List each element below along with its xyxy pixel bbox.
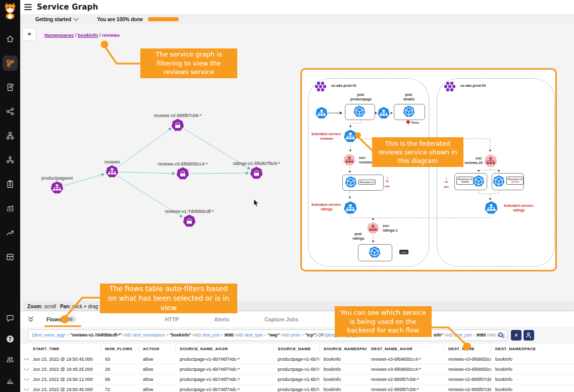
home-icon[interactable]	[3, 31, 18, 46]
cell-source-name: productpage-v1-6b746…	[274, 357, 320, 362]
query-token: =	[65, 332, 70, 338]
diagram-connectors	[302, 70, 558, 273]
nodejs-icon: node	[399, 250, 408, 254]
collapse-flows-icon[interactable]	[27, 316, 34, 323]
query-token: "wep"	[268, 332, 280, 338]
row-expand-chevron-icon[interactable]	[20, 388, 29, 390]
cell-source-name: productpage-v1-6b746…	[274, 377, 320, 382]
row-expand-chevron-icon[interactable]	[20, 378, 29, 380]
getting-started-dropdown[interactable]: Getting started	[35, 17, 78, 22]
cluster-icon	[443, 81, 457, 92]
pod-productpage-label: pod:productpage	[348, 93, 374, 102]
federated-reviews-label: federated service:reviews	[310, 132, 343, 141]
cell-source-namespace: bookinfo	[320, 367, 367, 372]
tab-flows[interactable]: Flows20	[46, 311, 76, 327]
progress-bar	[148, 17, 179, 21]
query-token: =	[472, 332, 476, 338]
cell-num-flows: 88	[101, 377, 139, 382]
table-row[interactable]: Jun 23, 2022 @ 19:45:25.000 29 allow pro…	[20, 364, 574, 374]
query-token: AND	[122, 332, 133, 338]
flows-tabs-bar: Flows20 HTTP Alerts Capture Jobs	[20, 311, 574, 327]
cell-dest-name-aggr: reviews-v3-6f69655cc4-*	[367, 367, 444, 372]
cell-dest-name: reviews-v3-6f69655cc…	[444, 357, 491, 362]
getting-started-bar: Getting started You are 100% done	[20, 14, 574, 24]
cell-dest-name-aggr: reviews-v3-6f69655cc4-*	[367, 357, 444, 362]
callout-backend-service: You can see which service is being used …	[335, 306, 432, 337]
cell-source-name-aggr: productpage-v1-6b746f74dc-*	[176, 367, 274, 372]
chat-icon[interactable]	[3, 311, 18, 326]
help-icon[interactable]: ?	[3, 331, 18, 347]
cell-start-time: Jun 23, 2022 @ 19:50:45.000	[29, 387, 101, 392]
cell-dest-namespace: bookinfo	[491, 377, 574, 382]
col-num-flows: NUM_FLOWS	[101, 346, 139, 352]
flow-filter-input[interactable]: (dest_name_aggr = "reviews-v1-7d4fd56cdf…	[28, 329, 508, 341]
cell-num-flows: 29	[101, 367, 139, 372]
cell-dest-name: reviews-v3-6f69655cc…	[444, 367, 491, 372]
col-dest-namespace: DEST_NAMESPACE	[491, 346, 574, 352]
query-token: 9080	[477, 332, 486, 338]
endpoints-icon[interactable]	[3, 128, 18, 143]
reviews-v3-tag: Reviews-v3★★★★	[506, 177, 524, 185]
cell-start-time: Jun 23, 2022 @ 19:50:45.000	[29, 357, 101, 362]
left-sidebar: ?	[0, 0, 20, 392]
stats-icon[interactable]	[3, 373, 18, 388]
compliance-icon[interactable]	[3, 177, 18, 192]
service-graph-icon[interactable]	[3, 55, 18, 71]
callout-flows-autofilter: The flows table auto-filters based on wh…	[100, 284, 237, 313]
tab-http[interactable]: HTTP	[165, 311, 179, 327]
federated-ratings-left-label: federated service:ratings	[310, 203, 343, 212]
query-token: info"	[434, 332, 443, 338]
hamburger-menu-icon[interactable]	[24, 4, 32, 10]
service-graph-canvas[interactable]: » Namespaces / bookinfo / reviews	[20, 24, 574, 311]
policies-icon[interactable]	[3, 80, 18, 95]
table-row[interactable]: Jun 23, 2022 @ 19:56:12.000 88 allow pro…	[20, 374, 574, 384]
table-row[interactable]: Jun 23, 2022 @ 19:50:45.000 93 allow pro…	[20, 354, 574, 364]
row-expand-chevron-icon[interactable]	[20, 368, 29, 370]
row-expand-chevron-icon[interactable]	[20, 358, 29, 360]
query-token: AND	[234, 332, 245, 338]
col-action: ACTION	[139, 346, 176, 352]
cell-source-namespace: bookinfo	[320, 377, 367, 382]
callout-filtering: The service graph is filtering to view t…	[140, 48, 237, 78]
col-source-name: SOURCE_NAME	[274, 346, 320, 352]
flows-table-body: Jun 23, 2022 @ 19:50:45.000 93 allow pro…	[20, 354, 574, 392]
cell-start-time: Jun 23, 2022 @ 19:56:12.000	[29, 377, 101, 382]
cell-dest-namespace: bookinfo	[491, 367, 574, 372]
tab-alerts[interactable]: Alerts	[214, 311, 229, 327]
reviews-v1-tag: Reviews-v1	[358, 180, 376, 185]
cell-dest-name-aggr: reviews-v2-885f87cb8-*	[367, 377, 444, 382]
cell-dest-name: reviews-v2-885f87cb8…	[444, 387, 491, 392]
flows-count-badge: 20	[64, 316, 76, 322]
cell-action: allow	[139, 387, 176, 392]
ruby-icon: Ruby	[406, 120, 419, 125]
query-token: AND	[443, 332, 454, 338]
pod-details-label: pod:details	[396, 93, 422, 102]
cell-source-name-aggr: productpage-v1-6b746f74dc-*	[176, 387, 274, 392]
cell-action: allow	[139, 357, 176, 362]
clear-filter-button[interactable]: ×	[511, 330, 521, 341]
activity-icon[interactable]	[3, 201, 18, 216]
progress-status: You are 100% done	[97, 17, 143, 22]
cell-dest-namespace: bookinfo	[491, 357, 574, 362]
cell-source-name-aggr: productpage-v1-6b746f74dc-*	[176, 357, 274, 362]
hint-pan-label: Pan:	[60, 304, 71, 309]
app-root: ? Service Graph Getting started You are …	[0, 0, 574, 392]
user-policy-button[interactable]	[524, 330, 534, 341]
archive-icon[interactable]	[3, 249, 18, 264]
tab-capture-jobs[interactable]: Capture Jobs	[265, 311, 298, 327]
search-icon[interactable]	[498, 332, 504, 339]
query-text-b: info" AND dest_port = 9080 AND dest_	[434, 330, 507, 341]
team-icon[interactable]	[3, 352, 18, 367]
callout-federated-service: This is the federated reviews service sh…	[372, 137, 463, 167]
workloads-icon[interactable]	[3, 152, 18, 167]
table-row[interactable]: Jun 23, 2022 @ 19:50:45.000 72 allow pro…	[20, 384, 574, 392]
network-icon[interactable]	[3, 104, 18, 119]
pod-ratings-label: pod:ratings	[348, 232, 369, 241]
cell-num-flows: 93	[101, 357, 139, 362]
query-token: "reviews-v1-7d4fd56cdf-*"	[70, 332, 122, 338]
query-text-a: (dest_name_aggr = "reviews-v1-7d4fd56cdf…	[32, 330, 367, 341]
trends-icon[interactable]	[3, 225, 18, 240]
col-source-name-aggr: SOURCE_NAME_AGGR	[176, 346, 274, 352]
query-token: AND	[191, 332, 202, 338]
cell-source-name: productpage-v1-6b746…	[274, 387, 320, 392]
